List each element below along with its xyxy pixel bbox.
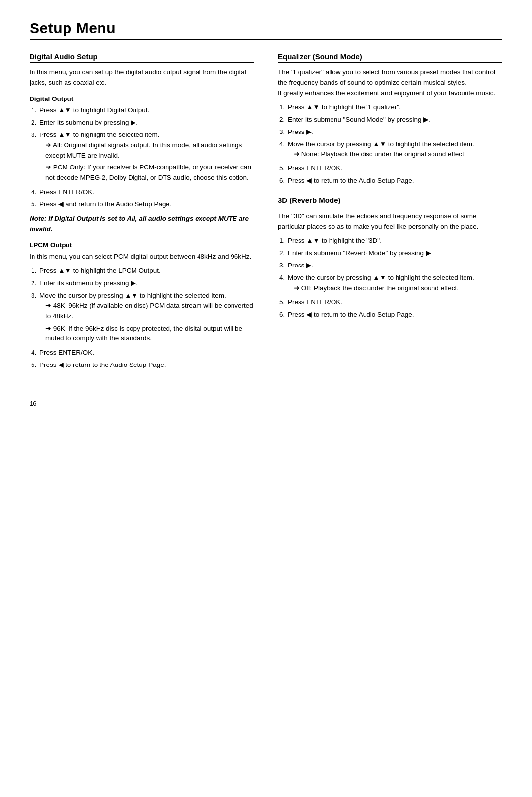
lpcm-output-block: LPCM Output In this menu, you can select… — [30, 241, 254, 370]
list-item: Press ◀ to return to the Audio Setup Pag… — [38, 360, 254, 370]
equalizer-title: Equalizer (Sound Mode) — [278, 52, 502, 63]
list-item: Press ▶. — [287, 127, 502, 137]
reverb-steps-cont: Press ENTER/OK. Press ◀ to return to the… — [287, 298, 502, 320]
equalizer-steps: Press ▲▼ to highlight the "Equalizer". E… — [287, 102, 502, 160]
list-item: Enter its submenu "Reverb Mode" by press… — [287, 248, 502, 259]
left-column: Digital Audio Setup In this menu, you ca… — [30, 52, 254, 380]
list-item: Press ENTER/OK. — [38, 348, 254, 358]
reverb-intro: The "3D" can simulate the echoes and fre… — [278, 211, 502, 232]
main-content: Digital Audio Setup In this menu, you ca… — [30, 52, 502, 380]
arrow-item: ➜ All: Original digital signals output. … — [45, 140, 254, 161]
list-item: Press ENTER/OK. — [287, 298, 502, 308]
list-item: Move the cursor by pressing ▲▼ to highli… — [287, 273, 502, 294]
arrow-item: ➜ 48K: 96kHz (if available on disc) PCM … — [45, 301, 254, 322]
arrow-item: ➜ PCM Only: If your receiver is PCM-comp… — [45, 163, 254, 183]
digital-audio-setup-title: Digital Audio Setup — [30, 52, 254, 63]
list-item: Press ◀ to return to the Audio Setup Pag… — [287, 310, 502, 320]
title-divider — [30, 39, 502, 40]
equalizer-steps-cont: Press ENTER/OK. Press ◀ to return to the… — [287, 164, 502, 186]
lpcm-output-intro: In this menu, you can select PCM digital… — [30, 252, 254, 262]
digital-audio-setup-intro: In this menu, you can set up the digital… — [30, 67, 254, 88]
lpcm-output-subtitle: LPCM Output — [30, 241, 254, 249]
lpcm-output-steps: Press ▲▼ to highlight the LPCM Output. E… — [38, 266, 254, 344]
list-item: Press ◀ to return to the Audio Setup Pag… — [287, 176, 502, 186]
reverb-title: 3D (Reverb Mode) — [278, 196, 502, 206]
list-item: Press ▲▼ to highlight the "Equalizer". — [287, 102, 502, 113]
list-item: Move the cursor by pressing ▲▼ to highli… — [287, 139, 502, 160]
list-item: Enter its submenu by pressing ▶. — [38, 118, 254, 128]
page-title: Setup Menu — [30, 20, 502, 36]
arrow-item: ➜ 96K: If the 96kHz disc is copy protect… — [45, 324, 254, 344]
digital-output-block: Digital Output Press ▲▼ to highlight Dig… — [30, 95, 254, 234]
list-item: Press ▲▼ to highlight the "3D". — [287, 236, 502, 246]
equalizer-section: Equalizer (Sound Mode) The "Equalizer" a… — [278, 52, 502, 186]
list-item: Press ▲▼ to highlight Digital Output. — [38, 105, 254, 116]
list-item: Press ◀ and return to the Audio Setup Pa… — [38, 199, 254, 210]
list-item: Press ▲▼ to highlight the selected item.… — [38, 130, 254, 184]
digital-output-steps: Press ▲▼ to highlight Digital Output. En… — [38, 105, 254, 183]
digital-output-steps-cont: Press ENTER/OK. Press ◀ and return to th… — [38, 187, 254, 210]
list-item: Press ▲▼ to highlight the LPCM Output. — [38, 266, 254, 276]
equalizer-intro: The "Equalizer" allow you to select from… — [278, 67, 502, 99]
list-item: Enter its submenu "Sound Mode" by pressi… — [287, 115, 502, 125]
list-item: Press ▶. — [287, 261, 502, 271]
arrow-item: ➜ None: Playback the disc under the orig… — [294, 149, 502, 160]
digital-output-note: Note: If Digital Output is set to All, a… — [30, 214, 254, 234]
list-item: Move the cursor by pressing ▲▼ to highli… — [38, 291, 254, 344]
arrow-item: ➜ Off: Playback the disc under the origi… — [294, 283, 502, 294]
digital-output-subtitle: Digital Output — [30, 95, 254, 102]
page-number: 16 — [30, 400, 502, 407]
reverb-steps: Press ▲▼ to highlight the "3D". Enter it… — [287, 236, 502, 294]
reverb-section: 3D (Reverb Mode) The "3D" can simulate t… — [278, 196, 502, 320]
list-item: Press ENTER/OK. — [287, 164, 502, 174]
list-item: Enter its submenu by pressing ▶. — [38, 278, 254, 289]
list-item: Press ENTER/OK. — [38, 187, 254, 198]
right-column: Equalizer (Sound Mode) The "Equalizer" a… — [278, 52, 502, 380]
lpcm-output-steps-cont: Press ENTER/OK. Press ◀ to return to the… — [38, 348, 254, 370]
digital-audio-setup-section: Digital Audio Setup In this menu, you ca… — [30, 52, 254, 370]
